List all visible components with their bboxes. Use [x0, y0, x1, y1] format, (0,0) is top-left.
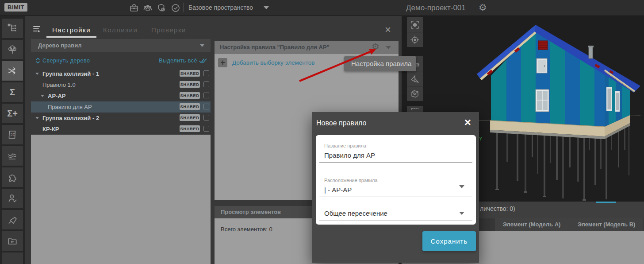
tree-panel-empty-area	[31, 135, 211, 264]
checkbox[interactable]	[203, 104, 209, 109]
app-logo[interactable]: BiMiT	[4, 3, 27, 12]
target-icon	[410, 35, 420, 45]
save-button[interactable]: Сохранить	[422, 231, 476, 251]
topbar: BiMiT Базовое пространство Демо-проект-0…	[0, 0, 644, 16]
sidebar-item-analytics[interactable]	[2, 146, 23, 166]
fit-view-button[interactable]	[407, 17, 423, 32]
collapse-panel-icon[interactable]	[33, 25, 42, 33]
checkbox[interactable]	[203, 93, 209, 98]
add-selection-link[interactable]: Добавить выборку элементов	[232, 59, 315, 66]
check-type-select[interactable]: Общее пересечение	[324, 210, 387, 217]
add-selection-button[interactable]: +	[218, 58, 227, 67]
section-box-button[interactable]	[407, 86, 423, 101]
trend-lines-icon	[7, 150, 18, 162]
project-settings-gear-icon[interactable]: ⚙	[479, 3, 487, 12]
team-icon[interactable]	[142, 3, 153, 13]
checkbox[interactable]	[203, 126, 209, 132]
shield-check-icon[interactable]	[156, 3, 167, 13]
sidebar-item-model-tree[interactable]	[2, 40, 23, 59]
shared-badge: SHARED	[180, 92, 200, 99]
close-icon[interactable]: ×	[464, 116, 471, 129]
chevron-down-icon[interactable]	[200, 44, 204, 47]
rule-location-select[interactable]: | - АР-АР	[324, 186, 352, 194]
collapse-tree-link[interactable]: Свернуть дерево	[42, 58, 90, 64]
new-rule-dialog: Новое правило × Название правила Правило…	[312, 112, 479, 263]
workspace-selector[interactable]: Базовое пространство	[188, 4, 253, 11]
trowel-icon	[7, 214, 18, 225]
tree-item-group-1[interactable]: Группа коллизий - 1 SHARED	[31, 68, 211, 79]
results-count-text: личество: 0)	[480, 205, 515, 212]
dialog-form-card: Название правила Правило для АР Располож…	[316, 135, 476, 225]
sidebar-item-hierarchy[interactable]	[2, 19, 23, 38]
input-underline	[319, 221, 472, 221]
tree-item-ar-ar[interactable]: АР-АР SHARED	[31, 90, 211, 101]
rule-name-input[interactable]: Правило для АР	[324, 151, 375, 159]
chevron-down-icon[interactable]	[459, 185, 464, 188]
shared-badge: SHARED	[180, 103, 200, 110]
section-plane-icon	[410, 74, 420, 84]
chimney-pipe	[589, 47, 593, 58]
dialog-title: Новое правило	[316, 119, 366, 127]
chevron-down-icon[interactable]	[459, 212, 464, 215]
checkbox[interactable]	[203, 70, 209, 76]
checkbox[interactable]	[203, 82, 209, 87]
tree-item-group-2[interactable]: Группа коллизий - 2 SHARED	[31, 113, 211, 124]
rule-name-label: Название правила	[324, 143, 366, 148]
user-check-icon	[7, 193, 18, 204]
tooltip-text: Настройка правила	[351, 60, 411, 67]
tree-item-rule-for-ar[interactable]: Правило для АР SHARED	[31, 101, 211, 113]
sigma-plus-icon: Σ+	[7, 109, 18, 119]
checkbox[interactable]	[203, 115, 209, 120]
locate-button[interactable]	[407, 32, 423, 47]
sidebar-item-sum-add[interactable]: Σ+	[2, 104, 23, 123]
section-plane-button[interactable]	[407, 71, 423, 86]
double-check-icon[interactable]	[199, 58, 207, 66]
sidebar-item-construction[interactable]	[2, 210, 23, 229]
topbar-divider	[183, 3, 184, 12]
rules-tree-header[interactable]: Дерево правил	[31, 39, 211, 52]
puzzle-icon	[7, 171, 18, 183]
scroll-indicator[interactable]	[596, 202, 616, 203]
sidebar-item-plugins[interactable]	[2, 167, 23, 187]
chevron-down-icon[interactable]	[386, 46, 391, 49]
input-underline	[319, 162, 472, 163]
briefcase-icon[interactable]	[129, 3, 139, 13]
tab-settings[interactable]: Настройки	[52, 26, 91, 34]
caret-icon[interactable]	[35, 117, 39, 119]
tab-checks[interactable]: Проверки	[151, 26, 186, 34]
rules-tree: Свернуть дерево Выделить всё Группа колл…	[31, 52, 211, 135]
select-all-link[interactable]: Выделить всё	[159, 58, 197, 64]
collapse-tree-icon[interactable]	[35, 58, 40, 66]
section-box-icon	[410, 89, 420, 99]
shared-badge: SHARED	[180, 125, 200, 132]
sheet-2d-icon: 2D	[7, 129, 18, 140]
tree-item-rule-1-0[interactable]: Правило 1.0 SHARED	[31, 79, 211, 90]
rule-settings-header: Настройка правила "Правило для АР"	[215, 41, 399, 54]
sidebar-item-approvals[interactable]	[2, 189, 23, 208]
tree-item-kr-kr[interactable]: КР-КР SHARED	[31, 124, 211, 135]
sigma-icon: Σ	[10, 87, 15, 97]
check-circle-icon[interactable]	[170, 3, 181, 13]
sidebar-item-collisions[interactable]	[2, 61, 23, 81]
sidebar-item-sum[interactable]: Σ	[2, 82, 23, 102]
elements-total-text: Всего элементов: 0	[221, 226, 272, 233]
results-column-model-b[interactable]: Элемент (Модель B)	[569, 218, 644, 231]
chevron-down-icon[interactable]	[264, 6, 269, 9]
rule-settings-gear-icon[interactable]: ⚙	[372, 42, 380, 51]
shared-badge: SHARED	[180, 70, 200, 77]
sidebar-item-2d[interactable]: 2D	[2, 125, 23, 144]
results-column-model-a[interactable]: Элемент (Модель A)	[494, 218, 569, 231]
app-window: Y личество: 0) Элемент (Модель A) Элемен…	[0, 0, 644, 264]
project-title: Демо-проект-001	[406, 4, 466, 12]
input-underline	[319, 197, 472, 197]
sidebar-item-extra[interactable]	[2, 252, 23, 264]
caret-icon[interactable]	[35, 73, 39, 75]
tab-collisions[interactable]: Коллизии	[103, 26, 138, 34]
shared-badge: SHARED	[180, 114, 200, 121]
close-icon[interactable]: ×	[385, 23, 391, 36]
caret-icon[interactable]	[41, 95, 44, 97]
clip-region-button[interactable]	[407, 106, 423, 112]
sidebar-item-export[interactable]	[2, 231, 23, 251]
tooltip: Настройка правила	[344, 56, 416, 71]
svg-text:2D: 2D	[11, 132, 15, 137]
